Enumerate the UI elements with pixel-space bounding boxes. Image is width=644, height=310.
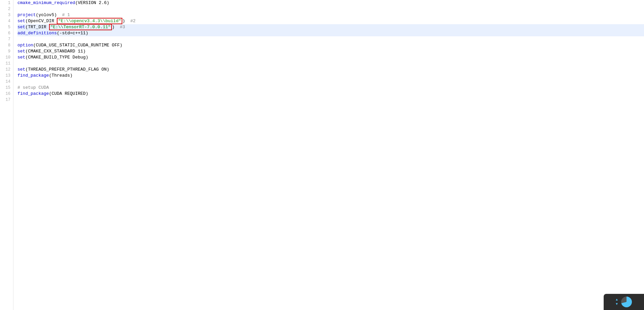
line-number: 1 [3, 0, 10, 6]
code-line: set(THREADS_PREFER_PTHREAD_FLAG ON) [17, 67, 644, 73]
line-number: 10 [3, 54, 10, 61]
line-number: 17 [3, 97, 10, 103]
line-number: 6 [3, 30, 10, 36]
line-number: 4 [3, 18, 10, 24]
code-line [17, 6, 644, 12]
code-line: option(CUDA_USE_STATIC_CUDA_RUNTIME OFF) [17, 42, 644, 48]
line-number: 5 [3, 24, 10, 30]
code-line [17, 36, 644, 42]
code-line: # setup CUDA [17, 85, 644, 91]
upload-icon: ▲ [616, 298, 618, 302]
line-number: 8 [3, 42, 10, 48]
code-line: cmake_minimum_required(VERSION 2.6) [17, 0, 644, 6]
line-number: 15 [3, 85, 10, 91]
code-area[interactable]: cmake_minimum_required(VERSION 2.6)proje… [13, 0, 644, 310]
download-icon: ▼ [616, 302, 618, 306]
code-line [17, 79, 644, 85]
editor-container: 1234567891011121314151617 cmake_minimum_… [0, 0, 644, 310]
code-line: find_package(Threads) [17, 73, 644, 79]
line-number: 7 [3, 36, 10, 42]
code-line: set(TRT_DIR "E:\\TensorRT-7.0.0.11") #3 [17, 24, 644, 30]
code-line: set(CMAKE_CXX_STANDARD 11) [17, 48, 644, 54]
line-numbers: 1234567891011121314151617 [0, 0, 13, 310]
code-line: project(yolov5) # 1 [17, 12, 644, 18]
cpu-percent [621, 297, 632, 307]
line-number: 14 [3, 79, 10, 85]
line-number: 11 [3, 61, 10, 67]
line-number: 3 [3, 12, 10, 18]
code-line [17, 61, 644, 67]
code-line: set(CMAKE_BUILD_TYPE Debug) [17, 54, 644, 61]
code-line: add_definitions(-std=c++11) [17, 30, 644, 36]
line-number: 9 [3, 48, 10, 54]
code-line: find_package(CUDA REQUIRED) [17, 91, 644, 97]
line-number: 12 [3, 67, 10, 73]
line-number: 13 [3, 73, 10, 79]
line-number: 16 [3, 91, 10, 97]
status-bar: ▲ ▼ [604, 294, 644, 310]
line-number: 2 [3, 6, 10, 12]
code-line: set(OpenCV_DIR "E:\\opencv3.4.3\\build")… [17, 18, 644, 24]
